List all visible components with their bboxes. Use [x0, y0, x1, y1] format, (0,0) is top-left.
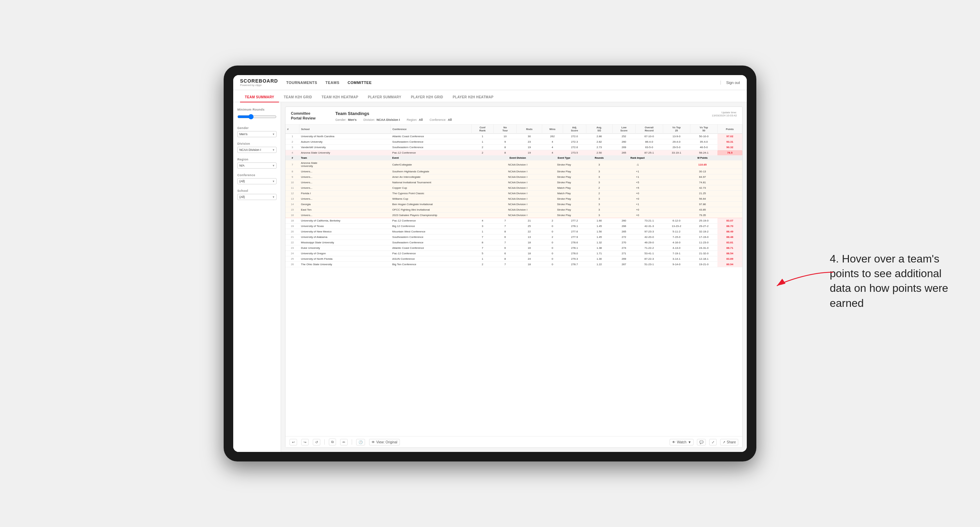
- exp-cell-type: Stroke Play: [542, 202, 586, 207]
- cell-points[interactable]: 88.54: [718, 251, 742, 256]
- gender-select[interactable]: Men's: [237, 131, 277, 137]
- cell-top50: 12-18-1: [690, 256, 718, 262]
- table-scroll[interactable]: # School Conference ConfRank NoTour Rnds…: [285, 125, 742, 436]
- tab-player-h2h-grid[interactable]: PLAYER H2H GRID: [406, 92, 448, 102]
- share-button[interactable]: ↗ Share: [720, 439, 738, 445]
- cell-points[interactable]: 90.32: [718, 145, 742, 150]
- redo-button[interactable]: ↪: [301, 439, 309, 445]
- tab-player-h2h-heatmap[interactable]: PLAYER H2H HEATMAP: [448, 92, 498, 102]
- cell-points[interactable]: 88.49: [718, 229, 742, 235]
- col-rnds: Rnds: [517, 125, 542, 134]
- table-row: 2 Auburn University Southeastern Confere…: [285, 139, 742, 145]
- bottom-toolbar: ↩ ↪ ↺ ⧉ ✏: [285, 436, 742, 448]
- exp-cell-team: Univers...: [299, 185, 391, 191]
- app-logo: SCOREBOARD: [240, 78, 278, 84]
- cell-points[interactable]: 88.48: [718, 235, 742, 240]
- tab-team-h2h-grid[interactable]: TEAM H2H GRID: [279, 92, 317, 102]
- division-select[interactable]: NCAA Division I: [237, 147, 277, 153]
- cell-points[interactable]: 83.89: [718, 256, 742, 262]
- cell-rank: 19: [285, 224, 299, 229]
- exp-cell-event: National Invitational Tournament: [391, 180, 494, 185]
- region-select[interactable]: N/A: [237, 162, 277, 168]
- cell-wins: 2: [542, 218, 563, 224]
- undo-button[interactable]: ↩: [290, 439, 297, 445]
- tab-team-h2h-heatmap[interactable]: TEAM H2H HEATMAP: [317, 92, 363, 102]
- cell-top25: 4-13-0: [663, 245, 690, 251]
- cell-overall: 73-21-1: [635, 218, 663, 224]
- feedback-button[interactable]: 💬: [697, 439, 706, 445]
- exp-cell-num: 12: [285, 191, 299, 196]
- exp-cell-event: Ben Hogan Collegiate Invitational: [391, 202, 494, 207]
- copy-button[interactable]: ⧉: [329, 439, 336, 445]
- cell-wins: 262: [542, 134, 563, 139]
- col-rank: #: [285, 125, 299, 134]
- cell-adj-score: 278.6: [563, 240, 586, 245]
- exp-cell-num: 14: [285, 202, 299, 207]
- cell-top25: 9-14-0: [663, 262, 690, 267]
- report-right: Team Standings Gender: Men's Division: N…: [335, 111, 712, 122]
- cell-top25: 29-4-0: [663, 139, 690, 145]
- reset-button[interactable]: ↺: [313, 439, 320, 445]
- filter-gender-label: Gender:: [335, 118, 347, 122]
- report-header: CommitteePortal Review Team Standings Ge…: [285, 107, 742, 125]
- annotate-button[interactable]: ✏: [340, 439, 348, 445]
- cell-no-tour: 9: [494, 139, 517, 145]
- watch-button[interactable]: 👁 Watch ▼: [670, 439, 694, 445]
- cell-points[interactable]: 88.71: [718, 245, 742, 251]
- cell-rank: 18: [285, 218, 299, 224]
- cell-points[interactable]: 80.94: [718, 262, 742, 267]
- exp-cell-rank-impact: +5: [612, 185, 663, 191]
- nav-tournaments[interactable]: TOURNAMENTS: [286, 79, 317, 86]
- min-rounds-slider[interactable]: [237, 113, 277, 121]
- conference-select[interactable]: (All): [237, 178, 277, 184]
- cell-no-tour: 7: [494, 224, 517, 229]
- update-time: Update time:13/03/2024 10:03:42: [712, 111, 737, 122]
- filter-gender-value: Men's: [348, 118, 356, 122]
- nav-committee[interactable]: COMMITTEE: [348, 79, 372, 86]
- clock-button[interactable]: 🕐: [356, 439, 365, 445]
- cell-top25: 6-12-0: [663, 218, 690, 224]
- filter-gender: Gender: Men's: [335, 118, 356, 122]
- exp-cell-type: Stroke Play: [542, 160, 586, 169]
- cell-points[interactable]: 83.81: [718, 240, 742, 245]
- cell-school: Vanderbilt University: [299, 145, 391, 150]
- view-original-button[interactable]: 👁 View: Original: [369, 439, 400, 445]
- cell-no-tour: 8: [494, 145, 517, 150]
- undo-icon: ↩: [292, 440, 295, 444]
- cell-top50: 50-10-0: [690, 134, 718, 139]
- share-icon: ↗: [722, 440, 725, 444]
- cell-conf-rank: 1: [471, 134, 493, 139]
- cell-points[interactable]: 93.31: [718, 139, 742, 145]
- table-row: 11 Univers... Copper Cup NCAA Division I…: [285, 185, 742, 191]
- nav-teams[interactable]: TEAMS: [325, 79, 339, 86]
- cell-low-score: 271: [612, 251, 635, 256]
- exp-cell-type: Stroke Play: [542, 169, 586, 175]
- school-select[interactable]: (All): [237, 194, 277, 200]
- filter-division-label: Division:: [363, 118, 375, 122]
- cell-conf-rank: 1: [471, 256, 493, 262]
- exp-cell-rank-impact: +5: [612, 180, 663, 185]
- cell-points[interactable]: 83.07: [718, 218, 742, 224]
- exp-cell-type: Stroke Play: [542, 180, 586, 185]
- feedback-icon: 💬: [699, 440, 703, 444]
- cell-overall: 87-22-3: [635, 256, 663, 262]
- cell-low-score: 260: [612, 139, 635, 145]
- expand-button[interactable]: ⤢: [709, 439, 717, 445]
- cell-rnds: 24: [517, 256, 542, 262]
- cell-no-tour: 7: [494, 218, 517, 224]
- cell-avg-sg: 1.38: [586, 245, 612, 251]
- cell-rnds: 18: [517, 262, 542, 267]
- cell-conference: Atlantic Coast Conference: [391, 134, 472, 139]
- cell-low-score: 267: [612, 262, 635, 267]
- conference-label: Conference: [237, 173, 277, 177]
- cell-points[interactable]: 78.5: [718, 150, 742, 156]
- sign-out-button[interactable]: Sign out: [721, 81, 740, 85]
- cell-top25: 3-14-1: [663, 256, 690, 262]
- tab-player-summary[interactable]: PLAYER SUMMARY: [363, 92, 406, 102]
- cell-avg-sg: 2.82: [586, 139, 612, 145]
- cell-rank: 2: [285, 139, 299, 145]
- toolbar-sep-1: [325, 439, 325, 445]
- tab-team-summary[interactable]: TEAM SUMMARY: [240, 92, 279, 102]
- cell-points[interactable]: 88.70: [718, 224, 742, 229]
- cell-points[interactable]: 97.02: [718, 134, 742, 139]
